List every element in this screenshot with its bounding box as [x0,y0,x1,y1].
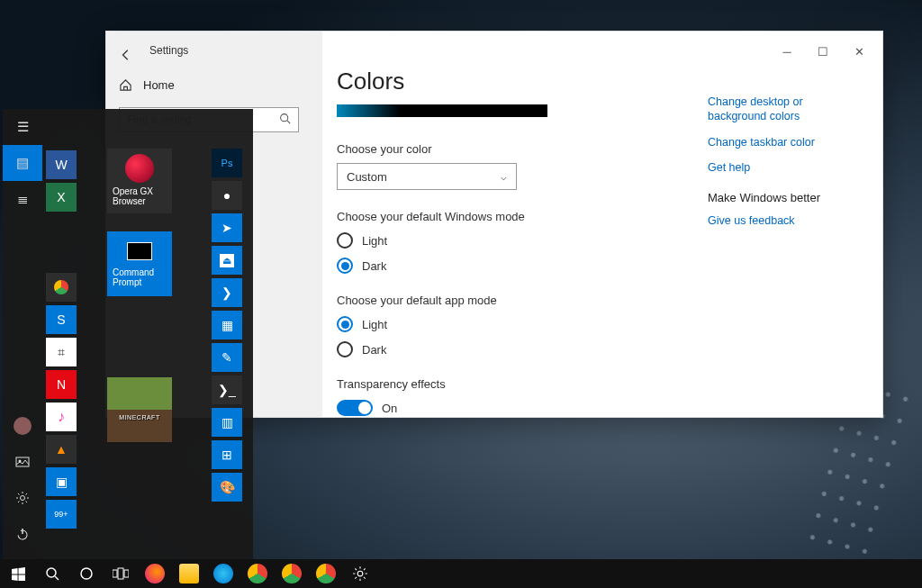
taskbar [0,559,922,588]
link-change-desktop[interactable]: Change desktop or background colors [708,95,861,124]
tile-app3[interactable]: ▦ [212,311,242,339]
taskbar-edge[interactable] [209,560,238,587]
app-mode-label: Choose your default app mode [337,294,875,307]
taskbar-settings[interactable] [346,560,375,587]
color-value: Custom [347,170,387,184]
music-icon: ♪ [58,409,65,425]
radio-icon [337,232,353,249]
windows-icon [12,567,25,581]
svg-rect-7 [113,570,117,577]
tile-vlc[interactable]: ▲ [46,435,77,464]
page-title: Colors [337,68,875,95]
tile-command-prompt[interactable]: Command Prompt [107,231,172,296]
app-mode-dark[interactable]: Dark [337,341,875,357]
tile-app4[interactable]: ✎ [212,343,242,372]
start-tiles-mid: Opera GX Browser Command Prompt [107,149,183,442]
maximize-button[interactable]: ☐ [805,39,841,64]
taskview-icon [113,567,129,580]
start-rail: ☰ ▤ ≣ [3,109,42,559]
link-change-taskbar[interactable]: Change taskbar color [708,135,861,149]
pictures-icon [15,455,30,469]
svg-point-6 [81,568,92,579]
start-button[interactable] [4,560,32,587]
tile-label: Opera GX Browser [113,186,153,206]
radio-icon [337,341,353,357]
tile-minecraft[interactable] [107,377,172,442]
settings-content-pane: ─ ☐ ✕ Colors Choose your color Custom ⌵ … [322,32,882,417]
taskbar-chrome-2[interactable] [277,560,306,587]
svg-rect-9 [124,570,129,577]
tile-excel[interactable]: X [46,183,77,212]
taskbar-firefox[interactable] [140,560,169,587]
pinned-view-button[interactable]: ▤ [3,145,42,181]
window-controls: ─ ☐ ✕ [769,39,877,64]
tile-more[interactable]: 99+ [46,500,77,529]
home-label: Home [143,78,175,92]
tile-terminal[interactable]: ❯_ [212,375,242,404]
app-mode-light[interactable]: Light [337,316,875,332]
tile-app1[interactable]: ● [212,181,242,210]
pictures-button[interactable] [3,444,42,480]
tile-powershell[interactable]: ❯ [212,278,242,307]
tile-folder[interactable]: ▣ [46,467,77,496]
chrome-icon [316,564,336,583]
hamburger-button[interactable]: ☰ [3,109,42,145]
home-nav-item[interactable]: Home [119,78,175,92]
back-button[interactable] [113,42,139,68]
taskbar-chrome-3[interactable] [312,560,340,587]
tile-paint[interactable]: 🎨 [212,473,242,502]
tile-itunes[interactable]: ♪ [46,403,77,431]
transparency-label: Transparency effects [337,377,875,391]
svg-point-0 [281,114,288,122]
cortana-icon [79,566,94,581]
chrome-icon [54,280,68,294]
arrow-left-icon [120,49,132,61]
tile-photoshop[interactable]: Ps [212,149,242,177]
tile-app2[interactable]: ➤ [212,213,242,242]
radio-label: Dark [362,343,386,357]
radio-icon [337,258,353,274]
window-title: Settings [149,44,188,57]
folder-icon [179,564,199,583]
tile-word[interactable]: W [46,150,77,179]
tile-skype[interactable]: S [46,305,77,334]
radio-label: Light [362,318,387,331]
windows-mode-dark[interactable]: Dark [337,258,875,274]
avatar-icon [14,417,32,435]
vlc-icon: ▲ [55,442,68,457]
better-header: Make Windows better [708,191,861,204]
gear-icon [352,565,368,582]
taskview-button[interactable] [106,560,135,587]
power-icon [15,527,30,541]
radio-icon [337,316,353,332]
gear-icon [15,491,30,505]
transparency-toggle[interactable] [337,400,373,416]
cmd-icon [127,242,152,260]
link-feedback[interactable]: Give us feedback [708,213,861,228]
search-button[interactable] [38,560,67,587]
settings-button[interactable] [3,480,42,516]
user-account-button[interactable] [3,408,42,444]
tile-opera-gx[interactable]: Opera GX Browser [107,149,172,213]
tile-slack[interactable]: ⌗ [46,338,77,366]
tile-notes[interactable]: ▥ [212,408,242,437]
link-get-help[interactable]: Get help [708,160,861,175]
tile-netflix[interactable]: N [46,370,77,399]
tile-store[interactable]: ⏏ [212,246,242,275]
close-button[interactable]: ✕ [841,39,877,64]
taskbar-chrome[interactable] [243,560,272,587]
taskbar-explorer[interactable] [175,560,203,587]
svg-point-3 [21,496,25,501]
svg-point-5 [47,568,56,577]
minimize-button[interactable]: ─ [769,39,805,64]
cortana-button[interactable] [72,560,101,587]
svg-rect-8 [118,568,123,579]
color-dropdown[interactable]: Custom ⌵ [337,163,517,190]
all-apps-button[interactable]: ≣ [3,181,42,217]
tile-calculator[interactable]: ⊞ [212,440,242,469]
tile-chrome[interactable] [46,273,77,302]
start-tiles-col3: Ps ● ➤ ⏏ ❯ ▦ ✎ ❯_ ▥ ⊞ 🎨 [212,149,244,502]
radio-label: Light [362,234,387,248]
power-button[interactable] [3,516,42,552]
chrome-icon [248,564,267,583]
